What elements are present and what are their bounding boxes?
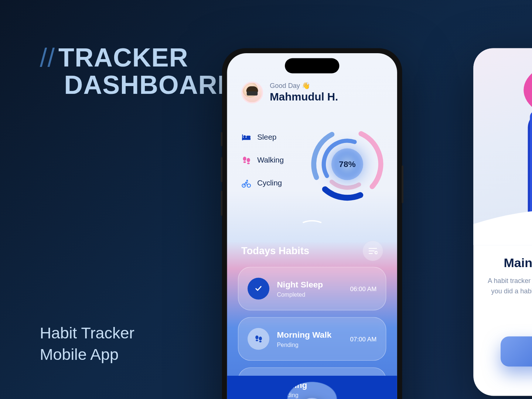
- progress-ring[interactable]: 78%: [307, 125, 387, 204]
- habit-time: 06:00 AM: [350, 285, 376, 292]
- check-icon: [254, 284, 263, 293]
- svg-point-29: [524, 61, 532, 119]
- svg-point-10: [246, 180, 248, 181]
- onboarding-hero-image: [473, 48, 532, 245]
- activity-legend: Sleep Walking Cycling: [241, 133, 284, 188]
- bed-icon: [241, 133, 251, 141]
- legend-walking[interactable]: Walking: [241, 156, 284, 165]
- svg-point-7: [247, 162, 250, 164]
- svg-point-6: [247, 158, 250, 162]
- habit-status: Completed: [277, 291, 342, 297]
- drag-handle[interactable]: [303, 220, 322, 222]
- greeting-text: Good Day 👋: [270, 82, 338, 90]
- habit-status-icon[interactable]: [248, 278, 269, 300]
- svg-point-16: [375, 251, 378, 254]
- habit-title: Night Sleep: [277, 280, 342, 289]
- svg-point-4: [243, 156, 246, 160]
- slide-subtitle: Habit Tracker Mobile App: [40, 323, 134, 365]
- onboarding-body: A habit tracker is a simple way to measu…: [485, 276, 532, 306]
- phone-mockup: Good Day 👋 Mahmudul H. Sleep Walking Cyc…: [222, 48, 402, 399]
- legend-label: Walking: [257, 156, 284, 165]
- progress-percent: 78%: [331, 148, 363, 180]
- legend-label: Sleep: [257, 133, 276, 141]
- svg-point-19: [259, 337, 262, 340]
- svg-point-20: [259, 341, 262, 342]
- filter-icon: [368, 247, 378, 255]
- slide-title: //TRACKER DASHBOARD: [40, 44, 237, 99]
- svg-point-17: [255, 335, 258, 339]
- legend-cycling[interactable]: Cycling: [241, 179, 284, 188]
- legend-label: Cycling: [257, 179, 282, 188]
- svg-point-18: [256, 340, 258, 341]
- svg-point-2: [243, 135, 246, 138]
- app-screen: Good Day 👋 Mahmudul H. Sleep Walking Cyc…: [227, 53, 397, 399]
- slash-decor: //: [40, 43, 55, 72]
- footsteps-icon: [254, 334, 263, 344]
- habit-card[interactable]: Night Sleep Completed 06:00 AM: [238, 267, 386, 310]
- username-text: Mahmudul H.: [270, 91, 338, 103]
- habits-heading: Todays Habits: [241, 245, 309, 257]
- habit-status-icon[interactable]: [248, 328, 269, 350]
- filter-button[interactable]: [363, 241, 383, 261]
- habit-title: Morning Walk: [277, 330, 342, 340]
- svg-rect-1: [242, 137, 250, 140]
- svg-rect-3: [246, 136, 250, 138]
- svg-point-5: [243, 161, 246, 163]
- legend-sleep[interactable]: Sleep: [241, 133, 284, 141]
- avatar[interactable]: [241, 82, 263, 103]
- onboarding-card: Maintain Daily Habit A habit tracker is …: [473, 48, 532, 396]
- header: Good Day 👋 Mahmudul H.: [241, 82, 383, 103]
- get-started-button[interactable]: Get Started: [501, 336, 532, 366]
- habit-card[interactable]: Morning Walk Pending 07:00 AM: [238, 317, 386, 361]
- bike-icon: [241, 179, 251, 188]
- habit-status: Pending: [277, 341, 342, 348]
- habit-time: 07:00 AM: [350, 335, 376, 342]
- svg-point-9: [247, 184, 250, 187]
- onboarding-title: Maintain Daily Habit: [485, 256, 532, 270]
- footsteps-icon: [241, 156, 251, 164]
